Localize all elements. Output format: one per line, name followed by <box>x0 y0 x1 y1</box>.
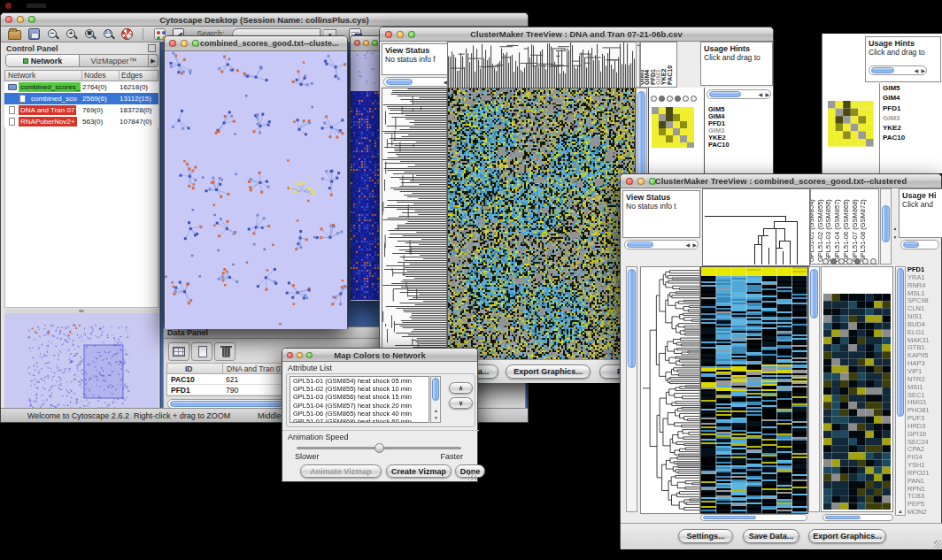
gene-list-vscrollbar[interactable]: ▲ <box>895 266 906 516</box>
status-hint-middle: Middle- <box>258 411 284 420</box>
help-lifering-icon[interactable] <box>121 28 133 40</box>
column-dendrogram-canvas[interactable] <box>447 42 637 89</box>
gene-panel-hscrollbar[interactable]: ◀▶ <box>706 89 771 99</box>
control-panel-title: Control Panel <box>3 42 159 53</box>
network-list-empty-area <box>4 127 158 308</box>
animation-speed-label: Animation Speed <box>288 433 349 441</box>
column-label: GPL51-01 (GSM854) <box>810 199 815 262</box>
usage-hints-scrollbar[interactable] <box>900 240 939 249</box>
network-overview-canvas[interactable] <box>4 313 158 421</box>
view-status-scrollbar[interactable]: ◀▶ <box>624 240 699 249</box>
float-panel-icon[interactable] <box>148 44 156 52</box>
minimize-button[interactable] <box>181 40 188 47</box>
gene-name-list[interactable]: PFD1YRA1RNR4MSL1SPC98CLN1NIS1BUD4ELG1MAK… <box>907 266 942 517</box>
attribute-item[interactable]: GPL51-02 (GSM855) heat shock 10 min <box>290 385 429 393</box>
doc-icon <box>9 118 15 126</box>
resize-grip[interactable] <box>468 472 476 480</box>
attribute-item[interactable]: GPL51-06 (GSM865) heat shock 40 min <box>290 410 429 418</box>
main-titlebar[interactable]: Cytoscape Desktop (Session Name: collins… <box>1 13 528 27</box>
zoom-matrix-canvas[interactable] <box>828 101 874 147</box>
dendrogram-vscrollbar[interactable] <box>626 266 637 512</box>
save-data-button[interactable]: Save Data... <box>743 529 799 543</box>
usage-hints-scrollbar[interactable]: ◀▶ <box>869 65 927 75</box>
row-dendrogram-canvas[interactable] <box>382 88 447 361</box>
menubar-remnant <box>27 4 46 8</box>
heatmap-vscrollbar[interactable] <box>808 266 820 512</box>
slider-thumb[interactable] <box>374 443 384 453</box>
treeview2-window: ClusterMaker TreeView : combined_scores_… <box>620 173 942 548</box>
select-attributes-button[interactable] <box>168 342 189 361</box>
label-scroll-arrows[interactable]: ▲▼ <box>892 224 899 243</box>
tab-network[interactable]: Network <box>5 54 80 67</box>
save-icon[interactable] <box>28 28 40 40</box>
tab-overflow-arrow[interactable]: ▶ <box>149 54 158 67</box>
dialog-titlebar[interactable]: Map Colors to Network <box>282 349 477 362</box>
treeview2-button-bar: Settings... Save Data... Export Graphics… <box>621 523 942 549</box>
attribute-list-vscrollbar[interactable]: ▲ ▼ <box>430 376 441 423</box>
network-list-row[interactable]: DNA and Tran 07769(0)183728(0) <box>4 104 158 116</box>
move-up-button[interactable]: ∧ <box>449 382 473 394</box>
network-titlebar[interactable]: combined_scores_good.txt--cluste... <box>165 36 347 51</box>
network-view-window-2 <box>350 35 382 301</box>
export-graphics-button[interactable]: Export Graphics... <box>506 364 591 379</box>
delete-attribute-button[interactable] <box>214 342 236 361</box>
attribute-item[interactable]: GPL51-07 (GSM868) heat shock 60 min <box>290 418 429 423</box>
open-folder-icon[interactable] <box>8 30 21 40</box>
minimize-button[interactable] <box>363 40 369 46</box>
zoom-button[interactable] <box>372 40 378 46</box>
column-dendrogram-canvas[interactable] <box>702 188 810 266</box>
zoom-out-icon[interactable]: − <box>47 28 58 40</box>
export-graphics-button[interactable]: Export Graphics... <box>808 529 886 543</box>
zoom-fit-icon[interactable]: 1:1 <box>103 28 114 40</box>
trash-icon <box>222 348 230 357</box>
settings-button[interactable]: Settings... <box>678 529 733 543</box>
network-table-header[interactable]: Network Nodes Edges <box>4 70 158 81</box>
network-name: RNAPuberNov2+ <box>19 117 77 127</box>
attribute-list-label: Attribute List <box>288 364 332 372</box>
attribute-item[interactable]: GPL51-01 (GSM854) heat shock 05 min <box>290 377 429 385</box>
row-dendrogram-canvas[interactable] <box>640 266 700 514</box>
treeview2-titlebar[interactable]: ClusterMaker TreeView : combined_scores_… <box>621 174 941 188</box>
control-panel: Control Panel Network VizMapper™ ▶ Netwo… <box>3 42 160 421</box>
zoom-selected-icon[interactable]: ▣ <box>84 28 96 40</box>
treeview1-titlebar[interactable]: ClusterMaker TreeView : DNA and Tran 07-… <box>380 27 773 42</box>
close-button[interactable] <box>169 40 176 47</box>
move-down-button[interactable]: ∨ <box>449 397 473 409</box>
gene-label: YKE2 <box>883 123 939 133</box>
attribute-item[interactable]: GPL51-03 (GSM856) heat shock 15 min <box>290 393 429 401</box>
create-vizmap-button[interactable]: Create Vizmap <box>386 464 452 478</box>
gene-label: GIM3 <box>883 113 939 123</box>
zoom-hscrollbar[interactable] <box>822 514 893 521</box>
attribute-list[interactable]: GPL51-01 (GSM854) heat shock 05 minGPL51… <box>290 376 429 423</box>
close-button[interactable] <box>354 40 360 46</box>
zoom-matrix-canvas[interactable] <box>652 107 694 148</box>
zoom-button[interactable] <box>192 40 199 47</box>
network-list-row[interactable]: RNAPuberNov2+563(0)107847(0) <box>4 116 158 127</box>
attribute-item[interactable]: GPL51-04 (GSM857) heat shock 20 min <box>290 402 429 410</box>
network-list-row[interactable]: combined_scores_2764(0)16218(0) <box>4 81 158 93</box>
main-heatmap-canvas[interactable] <box>447 88 636 361</box>
animate-vizmap-button[interactable]: Animate Vizmap <box>300 464 382 478</box>
column-labels-rotated[interactable]: GIM5GIM4PFD1GIM3YKE2PAC10 <box>640 42 677 88</box>
resize-grip[interactable] <box>934 541 942 548</box>
zoom-in-icon[interactable]: + <box>66 28 77 40</box>
panel-tool-icons[interactable] <box>649 88 704 105</box>
gene-name-list[interactable]: GIM5GIM4PFD1GIM3YKE2PAC10 <box>708 106 770 149</box>
tab-vizmapper[interactable]: VizMapper™ <box>80 54 149 67</box>
heatmap-hscrollbar[interactable] <box>700 514 807 521</box>
network-window-title: combined_scores_good.txt--cluste... <box>200 39 345 48</box>
network-list: combined_scores_2764(0)16218(0)combined_… <box>4 81 158 127</box>
gene-name-list: GIM5GIM4PFD1GIM3YKE2PAC10 <box>883 83 939 143</box>
network2-titlebar[interactable] <box>351 36 382 51</box>
view-status-scrollbar[interactable]: ◀▶ <box>383 77 456 87</box>
desktop: Cytoscape Desktop (Session Name: collins… <box>0 0 942 560</box>
network-canvas[interactable] <box>165 51 347 329</box>
main-window-title: Cytoscape Desktop (Session Name: collins… <box>1 15 528 25</box>
network2-canvas[interactable] <box>351 51 382 301</box>
animation-speed-slider[interactable] <box>297 447 461 449</box>
zoom-heatmap-canvas[interactable] <box>823 294 891 510</box>
usage-hints-box: Usage Hi Click and <box>899 188 942 238</box>
network-list-row[interactable]: combined_sco2569(6)13112(15) <box>4 93 158 104</box>
main-heatmap-canvas[interactable] <box>700 266 808 514</box>
new-attribute-button[interactable] <box>191 342 212 361</box>
